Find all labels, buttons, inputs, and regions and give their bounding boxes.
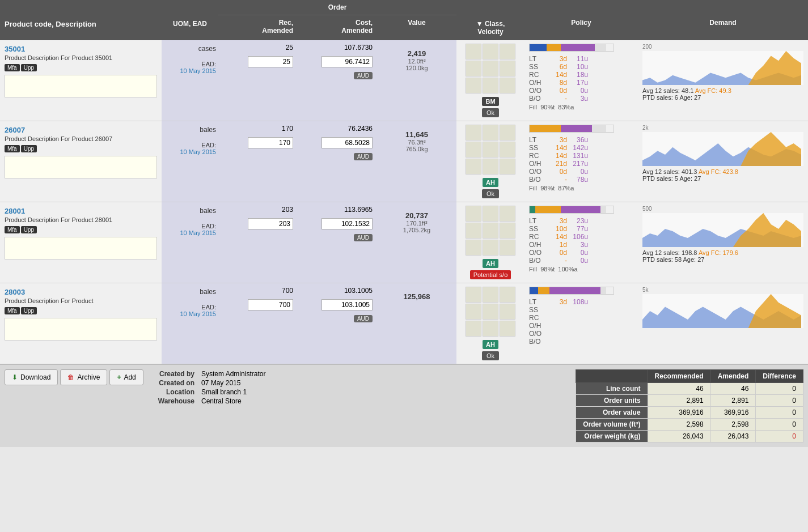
cell-product: 28001 Product Description For Product 28… (0, 202, 162, 283)
product-code-link[interactable]: 28003 (5, 288, 25, 296)
cell-policy: LT 3d 108u SS RC O/H O/O B/O (524, 283, 638, 364)
archive-button[interactable]: 🗑 Archive (60, 369, 107, 385)
column-headers: Product code, Description UOM, EAD Rec,A… (0, 15, 808, 40)
demand-chart (642, 213, 803, 247)
cost-recommended: 103.1005 (302, 287, 373, 295)
summary-difference: 0 (756, 383, 803, 395)
rec-input-row[interactable] (223, 216, 293, 229)
avg12-label: Avg 12 sales: 48.1 (642, 87, 695, 94)
policy-row-BO: B/O - 78u (529, 176, 633, 184)
created-on-value: 07 May 2015 (198, 378, 269, 388)
policy-label-LT: LT (529, 217, 546, 225)
policy-label-RC: RC (529, 152, 546, 160)
policy-val1-SS: 10d (547, 225, 567, 233)
policy-label-OH: O/H (529, 322, 546, 330)
value-weight: 120.0kg (405, 65, 428, 71)
ead-date: 10 May 2015 (164, 67, 216, 74)
policy-val2-RC: 106u (568, 233, 588, 241)
rec-amended-input[interactable] (248, 218, 293, 229)
rec-recommended: 170 (223, 125, 293, 133)
rec-amended-input[interactable] (248, 56, 293, 67)
bar-segment (600, 206, 606, 213)
header-cost: Cost,Amended (298, 15, 377, 40)
rec-amended-input[interactable] (248, 299, 293, 310)
rec-input-row[interactable] (223, 54, 293, 67)
class-grid-cell (466, 159, 481, 175)
cost-amended-input[interactable] (321, 299, 373, 310)
rec-input-row[interactable] (223, 297, 293, 310)
policy-fill: Fill 98%t 100%a (529, 266, 633, 273)
rec-val: 25 (286, 44, 293, 52)
class-grid-cell (466, 287, 481, 303)
product-note-input[interactable] (5, 156, 157, 178)
summary-row-label: Order value (576, 407, 648, 419)
policy-row-OH: O/H 8d 17u (529, 79, 633, 87)
cost-input-row[interactable] (302, 135, 373, 148)
class-grid-cell (500, 142, 515, 158)
location-value: Small branch 1 (198, 388, 269, 397)
spacer4 (524, 0, 638, 15)
policy-row-RC: RC 14d 106u (529, 233, 633, 241)
cost-recommended: 107.6730 (302, 44, 373, 52)
policy-val2-BO: 0u (568, 257, 588, 265)
policy-val1-SS: 6d (547, 63, 567, 71)
policy-val2-OH: 17u (568, 79, 588, 87)
add-button[interactable]: + Add (109, 369, 143, 385)
policy-label-BO: B/O (529, 95, 546, 103)
cell-uom: cases EAD: 10 May 2015 (162, 40, 218, 121)
download-button[interactable]: ⬇ Download (5, 369, 58, 385)
bar-segment (561, 44, 595, 51)
bar-segment (535, 206, 561, 213)
policy-label-SS: SS (529, 306, 546, 314)
rec-input-row[interactable] (223, 135, 293, 148)
footer-info: Created by System Administrator Created … (155, 369, 269, 406)
cost-input-row[interactable] (302, 54, 373, 67)
policy-label-LT: LT (529, 298, 546, 306)
product-tag: Mfa (5, 64, 20, 71)
class-grid-cell (466, 142, 481, 158)
product-note-input[interactable] (5, 237, 157, 259)
policy-val1-OH: 21d (547, 160, 567, 168)
summary-difference: 0 (756, 419, 803, 431)
policy-val2-SS: 77u (568, 225, 588, 233)
class-grid-cell (483, 61, 498, 76)
class-grid-cell (500, 78, 515, 93)
policy-row-SS: SS (529, 306, 633, 314)
product-code-link[interactable]: 26007 (5, 126, 25, 134)
cost-amended-input[interactable] (321, 56, 373, 67)
product-tag: Mfa (5, 226, 20, 233)
summary-row-label: Order units (576, 395, 648, 407)
cell-class: AH Ok (456, 121, 524, 202)
policy-rows: LT 3d 23u SS 10d 77u RC 14d 106u O/H 1d … (529, 217, 633, 265)
class-grid-cell (483, 321, 498, 337)
archive-label: Archive (77, 373, 100, 381)
add-icon: + (117, 373, 121, 381)
cost-amended-input[interactable] (321, 137, 373, 148)
class-grid-cell (500, 304, 515, 320)
policy-val2-OH: 217u (568, 160, 588, 168)
product-note-input[interactable] (5, 75, 157, 97)
cost-input-row[interactable] (302, 297, 373, 310)
ptd-age: PTD sales: 58 Age: 27 (642, 256, 704, 263)
summary-recommended: 369,916 (648, 407, 710, 419)
cost-input-row[interactable] (302, 216, 373, 229)
ead-label: EAD: (164, 223, 216, 229)
ead-label: EAD: (164, 61, 216, 67)
status-badge: Ok (482, 108, 499, 117)
policy-row-RC: RC 14d 18u (529, 71, 633, 79)
product-note-input[interactable] (5, 318, 157, 341)
cost-amended-input[interactable] (321, 218, 373, 229)
cell-rec: 25 (218, 40, 298, 121)
product-code-link[interactable]: 28001 (5, 207, 25, 215)
rec-amended-input[interactable] (248, 137, 293, 148)
bar-segment (530, 125, 561, 132)
policy-val1-BO: - (547, 95, 567, 103)
demand-stats: Avg 12 sales: 198.8 Avg FC: 179.6 PTD sa… (642, 249, 803, 263)
class-grid-cell (483, 206, 498, 222)
policy-val2-OO: 0u (568, 249, 588, 257)
product-code-link[interactable]: 35001 (5, 45, 25, 53)
policy-row-OH: O/H (529, 322, 633, 330)
policy-val1-OO: 0d (547, 87, 567, 95)
product-tag: Upp (21, 145, 37, 152)
rec-recommended: 203 (223, 206, 293, 214)
